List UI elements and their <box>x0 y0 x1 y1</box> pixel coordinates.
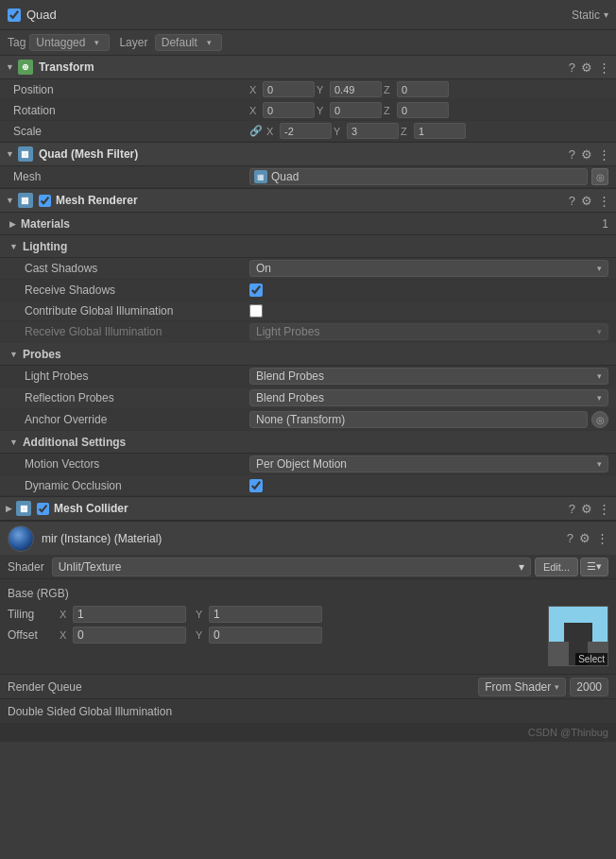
header-active-checkbox[interactable] <box>8 9 21 22</box>
layer-dropdown[interactable]: Default ▾ <box>155 34 222 51</box>
cast-shadows-label: Cast Shadows <box>13 262 249 275</box>
receive-gi-arrow: ▾ <box>597 327 602 336</box>
mesh-filter-settings-icon[interactable]: ⚙ <box>581 147 592 162</box>
transform-more-icon[interactable]: ⋮ <box>598 60 610 75</box>
material-help-icon[interactable]: ? <box>567 531 573 545</box>
dynamic-occlusion-label: Dynamic Occlusion <box>13 479 249 492</box>
texture-preview[interactable]: Select <box>548 606 608 666</box>
mesh-filter-help-icon[interactable]: ? <box>569 147 575 162</box>
receive-gi-dropdown[interactable]: Light Probes ▾ <box>249 323 608 340</box>
base-rgb-content: Tiling X Y Offset X Y <box>8 606 608 666</box>
rotation-y-input[interactable] <box>330 102 382 118</box>
cast-shadows-dropdown[interactable]: On ▾ <box>249 260 608 277</box>
texture-select-button[interactable]: Select <box>575 653 607 665</box>
shader-row: Shader Unlit/Texture ▾ Edit... ☰▾ <box>0 555 616 579</box>
mesh-value-text: Quad <box>271 170 299 183</box>
tiling-row: Tiling X Y <box>8 606 540 623</box>
mesh-collider-help-icon[interactable]: ? <box>569 502 575 516</box>
offset-label: Offset <box>8 628 60 642</box>
rotation-z-input[interactable] <box>397 102 449 118</box>
offset-y-input[interactable] <box>209 627 322 644</box>
motion-vectors-label: Motion Vectors <box>13 457 249 471</box>
static-label: Static <box>572 9 600 22</box>
render-queue-value-field[interactable]: 2000 <box>570 678 608 696</box>
header-title: Quad <box>26 8 572 22</box>
light-probes-text: Blend Probes <box>256 369 324 383</box>
probes-foldout[interactable] <box>9 350 18 359</box>
mesh-collider-more-icon[interactable]: ⋮ <box>598 502 610 516</box>
receive-shadows-label: Receive Shadows <box>13 283 249 297</box>
scale-lock-icon[interactable]: 🔗 <box>249 125 263 137</box>
static-dropdown-arrow[interactable]: ▾ <box>604 9 608 20</box>
scale-y-input[interactable] <box>347 123 399 139</box>
receive-gi-label: Receive Global Illumination <box>13 325 249 338</box>
scale-z-input[interactable] <box>414 123 466 139</box>
tag-dropdown[interactable]: Untagged ▾ <box>29 34 110 51</box>
pos-x-label: X <box>249 84 259 95</box>
contribute-gi-checkbox[interactable] <box>249 304 263 318</box>
tag-label: Tag <box>8 36 26 49</box>
rotation-x-input[interactable] <box>263 102 315 118</box>
mesh-filter-foldout[interactable] <box>6 149 14 159</box>
mesh-collider-checkbox[interactable] <box>37 503 49 515</box>
mesh-renderer-checkbox[interactable] <box>39 195 51 207</box>
rotation-label: Rotation <box>13 104 249 117</box>
mesh-filter-more-icon[interactable]: ⋮ <box>598 147 610 162</box>
mesh-renderer-help-icon[interactable]: ? <box>569 194 575 208</box>
reflection-probes-value: Blend Probes ▾ <box>249 389 608 406</box>
tiling-x-input[interactable] <box>73 606 186 623</box>
pos-z-label: Z <box>384 84 393 95</box>
base-rgb-label: Base (RGB) <box>8 587 608 600</box>
mesh-collider-foldout[interactable] <box>6 504 12 513</box>
shader-label: Shader <box>8 560 44 574</box>
lighting-foldout[interactable] <box>9 242 18 251</box>
tag-layer-row: Tag Untagged ▾ Layer Default ▾ <box>0 30 616 55</box>
scale-xyz: X Y Z <box>266 123 608 139</box>
tiling-y-input[interactable] <box>209 606 322 623</box>
receive-gi-value: Light Probes ▾ <box>249 323 608 340</box>
materials-foldout[interactable] <box>9 219 16 229</box>
material-avatar <box>8 525 34 552</box>
layer-label: Layer <box>119 36 147 49</box>
material-more-icon[interactable]: ⋮ <box>596 531 608 545</box>
transform-settings-icon[interactable]: ⚙ <box>581 60 592 75</box>
position-x-input[interactable] <box>263 81 315 97</box>
scale-x-input[interactable] <box>280 123 332 139</box>
material-settings-icon[interactable]: ⚙ <box>579 531 590 545</box>
shader-dropdown[interactable]: Unlit/Texture ▾ <box>52 558 531 576</box>
shader-edit-button[interactable]: Edit... <box>535 558 578 576</box>
shader-list-button[interactable]: ☰▾ <box>580 558 608 576</box>
anchor-override-dropdown[interactable]: None (Transform) <box>249 411 588 428</box>
render-queue-dropdown[interactable]: From Shader ▾ <box>478 678 566 696</box>
dynamic-occlusion-checkbox[interactable] <box>249 479 263 492</box>
cast-shadows-text: On <box>256 262 271 275</box>
additional-settings-foldout[interactable] <box>9 438 18 447</box>
motion-vectors-dropdown[interactable]: Per Object Motion ▾ <box>249 455 608 472</box>
render-queue-dropdown-text: From Shader <box>485 680 551 694</box>
light-probes-dropdown[interactable]: Blend Probes ▾ <box>249 368 608 385</box>
offset-x-input[interactable] <box>73 627 186 644</box>
light-probes-arrow: ▾ <box>597 371 602 381</box>
motion-vectors-row: Motion Vectors Per Object Motion ▾ <box>0 454 616 475</box>
mesh-renderer-foldout[interactable] <box>6 196 14 205</box>
position-z-input[interactable] <box>397 81 449 97</box>
mesh-renderer-settings-icon[interactable]: ⚙ <box>581 194 592 208</box>
double-sided-label: Double Sided Global Illumination <box>8 705 172 718</box>
transform-header-icons: ? ⚙ ⋮ <box>569 60 610 75</box>
transform-help-icon[interactable]: ? <box>569 60 575 75</box>
mesh-collider-settings-icon[interactable]: ⚙ <box>581 502 592 516</box>
materials-label: Materials <box>21 217 70 231</box>
mesh-select-button[interactable]: ◎ <box>591 168 608 185</box>
reflection-probes-dropdown[interactable]: Blend Probes ▾ <box>249 389 608 406</box>
receive-shadows-checkbox[interactable] <box>249 283 263 297</box>
dynamic-occlusion-row: Dynamic Occlusion <box>0 475 616 496</box>
mesh-collider-title: Mesh Collider <box>54 502 569 515</box>
lighting-subsection: Lighting <box>0 235 616 258</box>
transform-foldout[interactable] <box>6 62 14 72</box>
receive-shadows-row: Receive Shadows <box>0 280 616 301</box>
anchor-override-target-btn[interactable]: ◎ <box>591 411 608 428</box>
transform-icon: ⊕ <box>18 60 33 75</box>
mesh-renderer-more-icon[interactable]: ⋮ <box>598 194 610 208</box>
rotation-value: X Y Z <box>249 102 608 118</box>
position-y-input[interactable] <box>330 81 382 97</box>
